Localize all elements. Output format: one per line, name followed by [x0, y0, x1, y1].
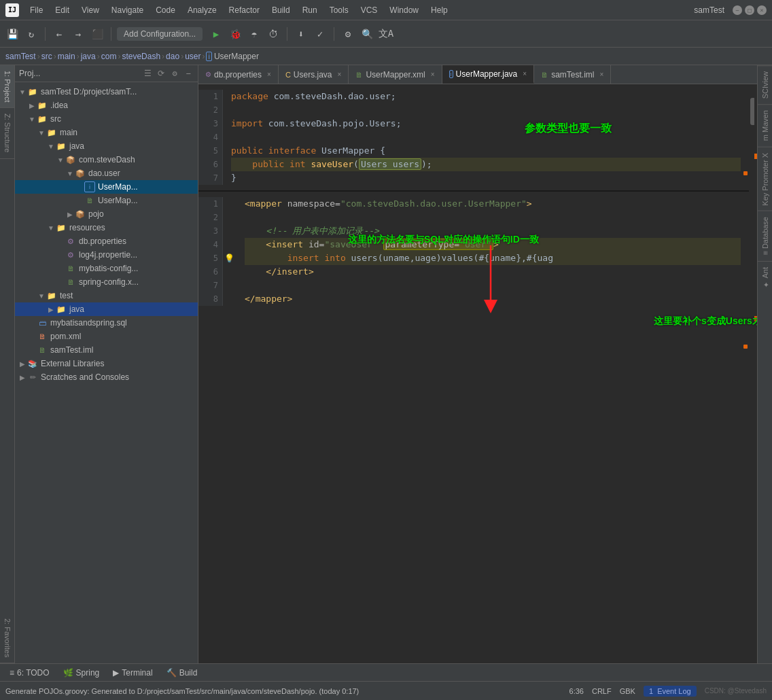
bc-com[interactable]: com	[101, 52, 117, 61]
toolbar: 💾 ↻ ← → ⬛ Add Configuration... ▶ 🐞 ☂ ⏱ ⬇…	[0, 20, 772, 48]
bc-project[interactable]: samTest	[5, 52, 36, 61]
bc-dao[interactable]: dao	[166, 52, 179, 61]
minimize-button[interactable]: −	[733, 5, 742, 15]
tree-item-src[interactable]: ▼ 📁 src	[15, 112, 198, 126]
tree-item-sql[interactable]: 🗃 mybatisandspring.sql	[15, 316, 198, 330]
translate-button[interactable]: 文A	[378, 26, 394, 42]
structure-panel-tab[interactable]: Z: Structure	[0, 108, 14, 158]
find-button[interactable]: 🔍	[359, 26, 375, 42]
tree-item-test[interactable]: ▼ 📁 test	[15, 289, 198, 302]
tab-close-users[interactable]: ×	[338, 71, 342, 78]
tree-item-usermapper-xml[interactable]: 🗎 UserMap...	[15, 194, 198, 207]
code-editor[interactable]: 1 2 3 4 5 6 7 package com.steveDash.dao.…	[198, 84, 757, 663]
sidebar-expand-icon[interactable]: ☰	[142, 68, 153, 79]
line-col-indicator[interactable]: 6:36	[569, 687, 584, 695]
build-panel-button[interactable]: 🔨 Build	[162, 667, 202, 679]
bc-main[interactable]: main	[58, 52, 75, 61]
menu-help[interactable]: Help	[425, 4, 453, 16]
tree-item-com-stevedash[interactable]: ▼ 📦 com.steveDash	[15, 153, 198, 167]
tab-samtest-iml[interactable]: 🗎 samTest.iml ×	[534, 65, 611, 84]
maven-tab[interactable]: m Maven	[758, 104, 772, 146]
tree-item-idea[interactable]: ▶ 📁 .idea	[15, 99, 198, 112]
tree-item-usermapper-java[interactable]: i UserMap...	[15, 180, 198, 194]
vcs-button[interactable]: ⬇	[293, 26, 309, 42]
spring-panel-button[interactable]: 🌿 Spring	[59, 667, 104, 679]
tab-usermapper-xml[interactable]: 🗎 UserMapper.xml ×	[349, 65, 442, 84]
toolbar-separator-3	[287, 27, 287, 41]
tree-item-dao-user[interactable]: ▼ 📦 dao.user	[15, 167, 198, 180]
run-button[interactable]: ▶	[208, 26, 224, 42]
menu-analyze[interactable]: Analyze	[182, 4, 222, 16]
menu-code[interactable]: Code	[150, 4, 181, 16]
charset-indicator[interactable]: GBK	[620, 687, 635, 695]
close-button[interactable]: ×	[757, 5, 767, 15]
sidebar-collapse-icon[interactable]: −	[183, 68, 194, 79]
bulb-icon[interactable]: 💡	[223, 251, 236, 265]
sidebar-settings-icon[interactable]: ⚙	[169, 68, 180, 79]
tab-usermapper-java[interactable]: i UserMapper.java ×	[442, 65, 535, 84]
code-line-5: public interface UserMapper {	[231, 144, 741, 158]
sidebar-sync-icon[interactable]: ⟳	[156, 68, 166, 79]
maximize-button[interactable]: □	[745, 5, 754, 15]
menu-tools[interactable]: Tools	[324, 4, 354, 16]
tab-users-java[interactable]: C Users.java ×	[279, 65, 349, 84]
database-tab[interactable]: ≡ Database	[758, 211, 772, 261]
tree-item-iml[interactable]: 🗎 samTest.iml	[15, 343, 198, 357]
stop-button[interactable]: ⬛	[89, 26, 105, 42]
menu-view[interactable]: View	[76, 4, 105, 16]
commit-button[interactable]: ✓	[312, 26, 328, 42]
tree-item-main[interactable]: ▼ 📁 main	[15, 126, 198, 139]
favorites-panel-tab[interactable]: 2: Favorites	[0, 613, 14, 663]
add-configuration-button[interactable]: Add Configuration...	[117, 27, 203, 41]
menu-file[interactable]: File	[24, 4, 48, 16]
bc-user[interactable]: user	[185, 52, 200, 61]
tab-close-iml[interactable]: ×	[599, 71, 603, 78]
project-panel-tab[interactable]: 1: Project	[0, 65, 14, 108]
menu-build[interactable]: Build	[266, 4, 296, 16]
tab-db-properties[interactable]: ⚙ db.properties ×	[198, 65, 279, 84]
menu-vcs[interactable]: VCS	[355, 4, 383, 16]
tree-item-java[interactable]: ▼ 📁 java	[15, 139, 198, 153]
tree-item-external-libs[interactable]: ▶ 📚 External Libraries	[15, 357, 198, 370]
menu-navigate[interactable]: Navigate	[106, 4, 149, 16]
profile-button[interactable]: ⏱	[265, 26, 281, 42]
bc-java[interactable]: java	[81, 52, 96, 61]
tree-item-spring-config[interactable]: 🗎 spring-config.x...	[15, 275, 198, 289]
menu-refactor[interactable]: Refactor	[224, 4, 265, 16]
tree-item-resources[interactable]: ▼ 📁 resources	[15, 221, 198, 234]
tab-close-mapper-java[interactable]: ×	[523, 70, 527, 77]
menu-run[interactable]: Run	[297, 4, 323, 16]
ant-tab[interactable]: ✦ Ant	[758, 261, 772, 294]
line-ending-indicator[interactable]: CRLF	[592, 687, 612, 695]
bc-current[interactable]: UserMapper	[214, 52, 259, 61]
bc-src[interactable]: src	[41, 52, 52, 61]
todo-panel-button[interactable]: ≡ 6: TODO	[5, 667, 54, 679]
tree-item-log4j[interactable]: ⚙ log4j.propertie...	[15, 248, 198, 262]
tree-item-db-properties[interactable]: ⚙ db.properties	[15, 234, 198, 248]
breadcrumb: samTest › src › main › java › com › stev…	[0, 48, 772, 65]
tab-close-db[interactable]: ×	[267, 71, 271, 78]
tree-item-mybatis-config[interactable]: 🗎 mybatis-config...	[15, 262, 198, 275]
settings-button[interactable]: ⚙	[340, 26, 356, 42]
menu-window[interactable]: Window	[384, 4, 424, 16]
refresh-button[interactable]: ↻	[23, 26, 39, 42]
save-button[interactable]: 💾	[4, 26, 20, 42]
coverage-button[interactable]: ☂	[246, 26, 262, 42]
back-button[interactable]: ←	[51, 26, 67, 42]
tree-item-project[interactable]: ▼ 📁 samTest D:/project/samT...	[15, 85, 198, 99]
sciview-tab[interactable]: SCIview	[758, 65, 772, 104]
tree-item-scratches[interactable]: ▶ ✏ Scratches and Consoles	[15, 370, 198, 384]
tree-item-pom[interactable]: 🗎 pom.xml	[15, 330, 198, 343]
terminal-button[interactable]: ▶ Terminal	[109, 667, 156, 679]
menu-bar: File Edit View Navigate Code Analyze Ref…	[24, 4, 453, 16]
tab-close-xml[interactable]: ×	[431, 71, 435, 78]
forward-button[interactable]: →	[70, 26, 86, 42]
bc-stevedash[interactable]: steveDash	[122, 52, 160, 61]
tree-item-pojo[interactable]: ▶ 📦 pojo	[15, 207, 198, 221]
key-promoter-tab[interactable]: Key Promoter X	[758, 147, 772, 211]
event-log-button[interactable]: 1 Event Log	[644, 686, 697, 697]
menu-edit[interactable]: Edit	[50, 4, 75, 16]
debug-button[interactable]: 🐞	[227, 26, 243, 42]
terminal-icon: ▶	[113, 668, 119, 678]
tree-item-test-java[interactable]: ▶ 📁 java	[15, 302, 198, 316]
